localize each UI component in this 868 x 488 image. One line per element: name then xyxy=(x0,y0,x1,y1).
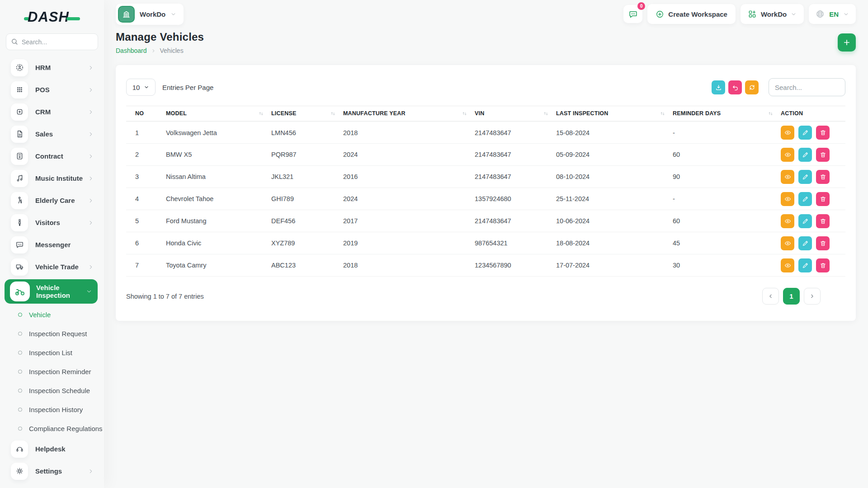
edit-button[interactable] xyxy=(798,126,812,140)
pagination-prev-button[interactable] xyxy=(762,288,779,305)
edit-button[interactable] xyxy=(798,192,812,206)
column-model[interactable]: MODEL xyxy=(166,106,271,122)
export-download-button[interactable] xyxy=(712,80,725,94)
sidebar-item-hrm[interactable]: HRM xyxy=(0,56,104,79)
sort-icon xyxy=(543,111,549,117)
sidebar-item-vehicle-trade[interactable]: Vehicle Trade xyxy=(0,256,104,278)
edit-button[interactable] xyxy=(798,258,812,272)
column-reminder-days[interactable]: REMINDER DAYS xyxy=(673,106,781,122)
view-button[interactable] xyxy=(781,258,794,272)
breadcrumb-dashboard-link[interactable]: Dashboard xyxy=(116,47,147,54)
sidebar-item-music-institute[interactable]: Music Institute xyxy=(0,167,104,189)
cell-year: 2024 xyxy=(343,188,475,210)
sidebar-subitem-inspection-schedule[interactable]: Inspection Schedule xyxy=(0,381,104,400)
create-workspace-button[interactable]: Create Workspace xyxy=(647,4,736,24)
sidebar-search-input[interactable] xyxy=(6,33,98,50)
bullet-icon xyxy=(18,370,22,374)
sidebar-subitem-inspection-request[interactable]: Inspection Request xyxy=(0,324,104,343)
chevron-left-icon xyxy=(768,293,774,299)
delete-button[interactable] xyxy=(816,214,830,228)
chevron-down-icon xyxy=(144,84,149,90)
chevron-down-icon xyxy=(843,11,849,17)
column-last-inspection[interactable]: LAST INSPECTION xyxy=(556,106,673,122)
trash-icon xyxy=(820,129,826,136)
main-content: WorkDo 0 Create Workspace WorkDo EN xyxy=(104,0,868,321)
view-button[interactable] xyxy=(781,148,794,162)
add-vehicle-button[interactable] xyxy=(838,33,856,52)
edit-button[interactable] xyxy=(798,236,812,250)
delete-button[interactable] xyxy=(816,148,830,162)
trash-icon xyxy=(820,240,826,247)
view-button[interactable] xyxy=(781,126,794,140)
workdo-menu-button[interactable]: WorkDo xyxy=(741,4,804,24)
delete-button[interactable] xyxy=(816,258,830,272)
chevron-down-icon xyxy=(86,288,92,295)
trash-icon xyxy=(820,218,826,225)
sidebar-item-crm[interactable]: CRM xyxy=(0,101,104,123)
pencil-icon xyxy=(802,129,809,136)
sidebar-subitem-compliance-regulations[interactable]: Compliance Regulations xyxy=(0,419,104,438)
eye-icon xyxy=(784,151,791,158)
table-footer: Showing 1 to 7 of 7 entries 1 xyxy=(126,288,845,305)
sort-icon xyxy=(462,111,467,117)
sidebar-item-contract[interactable]: Contract xyxy=(0,145,104,167)
sort-icon xyxy=(660,111,665,117)
view-button[interactable] xyxy=(781,170,794,184)
edit-button[interactable] xyxy=(798,214,812,228)
delete-button[interactable] xyxy=(816,126,830,140)
sidebar-subitem-inspection-history[interactable]: Inspection History xyxy=(0,400,104,419)
sidebar-item-messenger[interactable]: Messenger xyxy=(0,234,104,256)
table-search-input[interactable] xyxy=(769,78,845,96)
pagination-page-1[interactable]: 1 xyxy=(783,288,800,305)
sidebar-subitem-vehicle[interactable]: Vehicle xyxy=(0,305,104,324)
headset-icon xyxy=(11,441,28,458)
sidebar-item-visitors[interactable]: Visitors xyxy=(0,211,104,234)
delete-button[interactable] xyxy=(816,236,830,250)
sidebar-item-sales[interactable]: Sales xyxy=(0,123,104,145)
edit-button[interactable] xyxy=(798,170,812,184)
sidebar-item-elderly-care[interactable]: Elderly Care xyxy=(0,189,104,211)
chat-bubble-icon xyxy=(11,236,28,253)
view-button[interactable] xyxy=(781,236,794,250)
chevron-right-icon xyxy=(88,87,94,93)
sidebar-subitem-inspection-list[interactable]: Inspection List xyxy=(0,343,104,362)
sidebar-item-pos[interactable]: POS xyxy=(0,79,104,101)
delete-button[interactable] xyxy=(816,170,830,184)
cell-license: XYZ789 xyxy=(271,232,343,254)
column-license[interactable]: LICENSE xyxy=(271,106,343,122)
sidebar-subitem-inspection-reminder[interactable]: Inspection Reminder xyxy=(0,362,104,381)
column-vin[interactable]: VIN xyxy=(475,106,556,122)
table-search xyxy=(769,78,845,96)
cell-license: LMN456 xyxy=(271,122,343,144)
pencil-icon xyxy=(802,151,809,158)
entries-per-page-select[interactable]: 10 xyxy=(126,79,156,96)
sidebar-item-settings[interactable]: Settings xyxy=(0,460,104,482)
entries-per-page-label: Entries Per Page xyxy=(162,84,213,91)
cell-license: ABC123 xyxy=(271,254,343,277)
cell-model: Chevrolet Tahoe xyxy=(166,188,271,210)
logo-accent-right xyxy=(66,17,80,20)
chevron-right-icon xyxy=(88,65,94,71)
logo-text: DASH xyxy=(28,9,69,25)
music-note-icon xyxy=(11,170,28,187)
sidebar-item-helpdesk[interactable]: Helpdesk xyxy=(0,438,104,460)
language-selector[interactable]: EN xyxy=(809,4,856,24)
delete-button[interactable] xyxy=(816,192,830,206)
toolbar-actions xyxy=(712,78,845,96)
column-manufacture-year[interactable]: MANUFACTURE YEAR xyxy=(343,106,475,122)
sidebar-item-vehicle-inspection[interactable]: Vehicle Inspection xyxy=(5,279,98,304)
chevron-right-icon xyxy=(151,48,156,53)
edit-button[interactable] xyxy=(798,148,812,162)
view-button[interactable] xyxy=(781,192,794,206)
view-button[interactable] xyxy=(781,214,794,228)
workspace-switcher[interactable]: WorkDo xyxy=(116,4,184,25)
bullet-icon xyxy=(18,408,22,412)
reset-button[interactable] xyxy=(728,80,742,94)
truck-icon xyxy=(11,258,28,276)
messages-button[interactable]: 0 xyxy=(623,5,642,23)
refresh-button[interactable] xyxy=(745,80,759,94)
pagination-next-button[interactable] xyxy=(804,288,821,305)
page-header: Manage Vehicles Dashboard Vehicles xyxy=(116,31,856,54)
cell-vin: 1357924680 xyxy=(475,188,556,210)
trash-icon xyxy=(820,174,826,180)
